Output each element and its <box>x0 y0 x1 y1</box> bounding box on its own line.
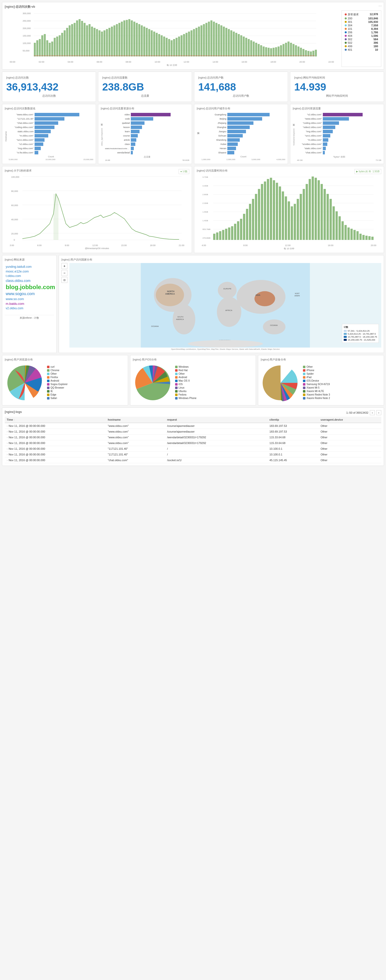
bar-item: "szv1.oldxu.com" <box>9 138 93 142</box>
zoom-out-button[interactable]: − <box>61 270 67 276</box>
svg-rect-98 <box>245 38 247 56</box>
sources-word-cloud: yunding.taidu8.com mooc.e12e.com t.oldxu… <box>5 263 54 313</box>
svg-rect-166 <box>243 214 245 240</box>
city-bars: Guangdong Beijing Zhejiang Shanghai Jian… <box>201 113 285 154</box>
stat-total-visits: [nginx]-总访问次数 36,913,432 总访问次数 <box>2 72 96 102</box>
svg-rect-181 <box>288 201 290 240</box>
expand-button[interactable]: › <box>7 442 8 444</box>
svg-rect-41 <box>104 30 105 56</box>
svg-rect-77 <box>193 29 195 56</box>
logs-title: [nginx]-logs <box>5 410 22 414</box>
col-request[interactable]: request <box>165 417 268 423</box>
col-device[interactable]: useragent.device <box>319 417 381 423</box>
bar-item: learn <box>105 130 189 133</box>
bar-item: "www.oldxu.com" <box>297 117 381 121</box>
svg-text:3.3GB: 3.3GB <box>203 185 208 187</box>
svg-rect-112 <box>280 45 282 56</box>
browser-pie-container: curl Chrome Other Firefox Android Sogou … <box>5 363 125 403</box>
svg-rect-96 <box>240 35 242 56</box>
map-credit: OpenStreetMap contributors, OpenMapTiles… <box>69 348 381 350</box>
legend-item: Android <box>175 376 196 379</box>
svg-rect-171 <box>258 189 260 240</box>
request-line-chart: 100,000 80,000 60,000 40,000 20,000 0 <box>5 174 189 243</box>
stat-value: 14.939 <box>294 81 380 93</box>
stat-panel-title: [nginx]-网站平均响应时间 <box>294 76 380 80</box>
svg-rect-42 <box>106 29 108 56</box>
browser-pie-title: [nginx]-用户浏览器分布 <box>5 358 125 361</box>
zoom-in-button[interactable]: + <box>61 263 67 269</box>
col-time[interactable]: Time ↑ <box>5 417 106 423</box>
stat-panel-title: [nginx]-总访问流量数 <box>102 76 188 80</box>
bar-item: qadetail <box>105 121 189 125</box>
svg-text:150,000: 150,000 <box>22 35 31 37</box>
bar-item: "117121.101.40" <box>9 117 93 121</box>
source-item: t.oldxu.com <box>6 274 53 278</box>
expand-button[interactable]: › <box>7 453 8 456</box>
svg-text:300,000: 300,000 <box>22 12 31 15</box>
legend-item: 10,791,887.5 - 18,159,160.75 <box>344 336 377 338</box>
svg-rect-109 <box>273 48 274 56</box>
svg-rect-89 <box>223 27 225 56</box>
svg-text:3.7GB: 3.7GB <box>203 176 208 178</box>
svg-rect-79 <box>198 27 200 56</box>
next-page-button[interactable]: › <box>376 410 381 415</box>
sources-panel-title: [nginx]-网站来源 <box>5 258 54 261</box>
stat-label: 网站平均响应时间 <box>294 94 380 98</box>
expand-button[interactable]: › <box>7 430 8 433</box>
svg-rect-61 <box>153 32 155 56</box>
legend-title: 计数 <box>344 326 377 329</box>
resource-x-label: 总流量 <box>105 155 189 159</box>
prev-page-button[interactable]: ‹ <box>370 410 375 415</box>
stat-avg-response: [nginx]-网站平均响应时间 14.939 网站平均响应时间 <box>290 72 384 102</box>
expand-button[interactable]: › <box>7 459 8 462</box>
expand-button[interactable]: › <box>7 436 8 439</box>
bar-item: "m.oldxu.com" <box>297 138 381 142</box>
expand-button[interactable]: › <box>7 424 8 427</box>
stat-panel-title: [nginx]-总访问次数 <box>6 76 92 80</box>
svg-rect-48 <box>121 22 123 56</box>
svg-rect-13 <box>34 43 36 56</box>
y-axis-label: Hostname <box>5 112 7 161</box>
svg-rect-64 <box>161 35 163 56</box>
svg-rect-40 <box>101 32 103 56</box>
x-ticks: 5,000,00010,000,00015,000,000 <box>9 158 93 161</box>
legend-items: 异常请求12,978 200103,846 301105,930 3047,55… <box>345 13 378 51</box>
svg-rect-20 <box>51 41 53 56</box>
svg-text:OCEANIA: OCEANIA <box>151 325 159 327</box>
expand-button[interactable]: › <box>7 447 8 450</box>
svg-rect-53 <box>133 22 135 56</box>
logs-table: Time ↑ hostname request clientip userage… <box>5 417 381 463</box>
svg-rect-172 <box>261 184 263 240</box>
legend-item: 16,159,160.75 - 21,526,434 <box>344 339 377 341</box>
legend-item: Xiaomi MI 4LTE <box>303 390 330 393</box>
resource-host-chart: [nginx]-总访问资源流量 hostname:keyword: 类型 "v2… <box>290 104 384 164</box>
more-button[interactable]: ··· <box>378 4 382 8</box>
legend-label: 401 <box>348 48 352 51</box>
svg-rect-38 <box>96 29 98 56</box>
svg-text:AMERI: AMERI <box>295 295 300 297</box>
svg-text:2.8GB: 2.8GB <box>203 193 208 196</box>
legend-item: 5,424,614.25 - 10,791,887.5 <box>344 332 377 335</box>
svg-rect-31 <box>78 19 81 56</box>
svg-rect-107 <box>268 48 270 56</box>
device-pie-title: [nginx]-用户设备分布 <box>261 358 381 361</box>
large-request-chart-title: [nginx]-大于1秒的请求 <box>5 169 32 173</box>
reset-button[interactable]: ⊡ <box>61 277 67 283</box>
bar-item: article <box>105 138 189 142</box>
bar-item: video <box>105 113 189 116</box>
svg-text:0: 0 <box>14 239 15 241</box>
map-controls[interactable]: + − ⊡ <box>61 263 67 350</box>
legend-label: 502 <box>348 41 352 44</box>
svg-rect-71 <box>178 37 180 56</box>
col-clientip[interactable]: clientip <box>267 417 319 423</box>
svg-text:20,000: 20,000 <box>11 232 18 235</box>
os-pie-chart <box>133 363 172 403</box>
legend-item: Mac OS X <box>175 379 196 382</box>
svg-rect-110 <box>275 47 277 56</box>
browser-pie-chart <box>5 363 45 403</box>
col-hostname[interactable]: hostname <box>106 417 165 423</box>
legend-tag: ● 计数 <box>179 169 189 174</box>
bar-item: Sichuan <box>201 134 285 137</box>
svg-rect-119 <box>297 46 300 56</box>
svg-rect-184 <box>297 199 299 240</box>
